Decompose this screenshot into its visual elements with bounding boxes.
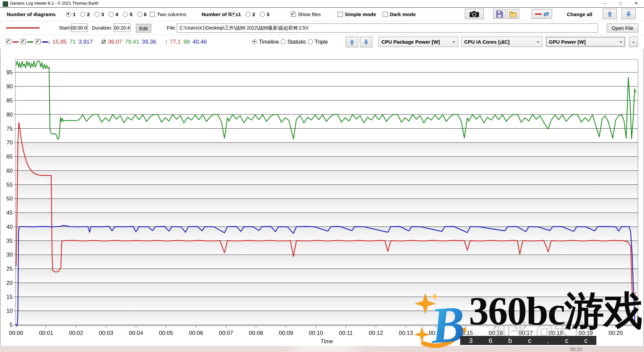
radio-option-triple[interactable]: Triple [308,39,328,45]
show-files-checkbox[interactable]: Show files [291,8,321,21]
svg-text:00:04: 00:04 [129,330,143,336]
simple-mode-checkbox-box[interactable] [338,12,343,17]
channel-select-1[interactable]: CPU Package Power [W] [378,37,458,47]
watermark-bar-letter: b [508,337,512,344]
show-files-label: Show files [298,11,321,17]
arrow-up-icon [607,11,612,17]
edit-button[interactable]: Edit [136,24,151,33]
radio-option-3[interactable]: 3 [260,11,269,17]
radio-label: 1 [73,11,75,17]
simple-mode-label: Simple mode [345,11,376,17]
radio-icon[interactable] [95,12,100,17]
move-diagram-down-button[interactable] [360,37,372,47]
arrow-down-icon [364,39,369,45]
radio-option-2[interactable]: 2 [80,11,90,17]
radio-icon[interactable] [123,12,128,17]
two-columns-checkbox[interactable]: Two columns [150,8,186,21]
open-file-button[interactable]: Open File [607,24,638,33]
svg-text:00:07: 00:07 [219,330,233,336]
channel-select-2-value: CPU IA Cores [¡ãC] [464,39,509,45]
svg-text:5: 5 [10,322,13,328]
radio-option-statistic[interactable]: Statistic [281,39,306,45]
radio-icon[interactable] [66,12,71,17]
change-all-down-button[interactable] [622,9,636,19]
duration-input[interactable] [114,24,130,32]
radio-icon[interactable] [246,12,251,17]
change-all-label: Change all [567,8,592,21]
radio-option-timeline[interactable]: Timeline [252,39,279,45]
file-label: File: [167,21,176,35]
chevron-down-icon [452,41,455,43]
svg-text:00:13: 00:13 [399,330,413,336]
diagram-count-radios[interactable]: 123456 [66,8,147,21]
radio-icon[interactable] [281,39,286,44]
radio-option-2[interactable]: 2 [246,11,255,17]
radio-icon[interactable] [109,12,114,17]
file-count-radios[interactable]: 123 [231,8,269,21]
view-mode-radios[interactable]: TimelineStatisticTriple [252,35,328,49]
radio-option-5[interactable]: 5 [123,11,132,17]
dark-mode-checkbox-box[interactable] [383,12,388,17]
watermark-url-bar: 36bc.cc [460,336,596,345]
series-2-checkbox[interactable] [36,39,41,44]
save-button[interactable] [493,9,505,19]
radio-label: 2 [252,11,255,17]
series-statistics: ↓ 15,95 71 3,917 Ø 36,07 79,41 39,36 ↑ 7… [48,35,209,49]
max-value-green: 99 [183,39,190,45]
series-1-checkbox[interactable] [21,39,26,44]
channel-select-2[interactable]: CPU IA Cores [¡ãC] [461,37,542,47]
file-path-input[interactable] [177,24,598,33]
radio-icon[interactable] [231,12,236,17]
change-all-up-button[interactable] [603,9,617,19]
watermark-bar-letter: c [584,337,588,344]
svg-text:60: 60 [6,168,13,174]
radio-option-3[interactable]: 3 [95,11,104,17]
series-0-checkbox[interactable] [6,39,11,44]
move-diagram-up-button[interactable] [346,37,358,47]
show-files-checkbox-box[interactable] [291,12,296,17]
close-button[interactable]: ✕ [631,0,642,7]
two-columns-checkbox-box[interactable] [150,12,155,17]
dark-mode-checkbox[interactable]: Dark mode [383,8,416,21]
radio-icon[interactable] [80,12,85,17]
open-folder-button[interactable] [507,9,519,19]
svg-text:10: 10 [6,308,13,314]
svg-text:45: 45 [6,210,13,216]
watermark-bar-letter: c [565,337,568,344]
radio-option-6[interactable]: 6 [137,11,147,17]
radio-option-1[interactable]: 1 [66,11,75,17]
two-columns-label: Two columns [157,11,186,17]
channel-select-3[interactable]: GPU Power [W] [546,37,625,47]
svg-text:00:01: 00:01 [39,330,53,336]
screenshot-button[interactable] [465,9,484,19]
svg-text:00:05: 00:05 [159,330,173,336]
svg-text:40: 40 [6,224,13,230]
simple-mode-checkbox[interactable]: Simple mode [338,8,376,21]
arrow-up-icon [350,39,355,45]
radio-icon[interactable] [137,12,142,17]
remove-channel-button[interactable]: - [629,37,638,47]
radio-icon[interactable] [252,39,257,44]
svg-text:00:12: 00:12 [369,330,383,336]
svg-text:Time: Time [320,338,333,345]
avg-icon: Ø [102,39,106,45]
radio-option-1[interactable]: 1 [231,11,241,17]
minimize-button[interactable]: – [599,0,610,7]
svg-text:00:09: 00:09 [279,330,293,336]
camera-icon [469,11,479,17]
radio-icon[interactable] [260,12,265,17]
svg-text:35: 35 [6,238,13,244]
app-window: Generic Log Viewer 6.2 - © 2021 Thomas B… [0,0,644,352]
radio-option-4[interactable]: 4 [109,11,118,17]
floppy-disk-icon [496,10,503,18]
watermark-title: 360bc游戏 [469,292,642,331]
radio-icon[interactable] [308,39,313,44]
restore-button[interactable]: □ [615,0,626,7]
max-icon: ↑ [165,39,168,45]
start-time-input[interactable] [71,24,88,32]
radio-label: 3 [267,11,269,17]
radio-label: Triple [315,39,328,45]
clipped-axis-label: 00:20 [570,347,582,352]
line-style-button[interactable]: ⇄ [532,9,552,19]
svg-text:85: 85 [6,97,13,104]
